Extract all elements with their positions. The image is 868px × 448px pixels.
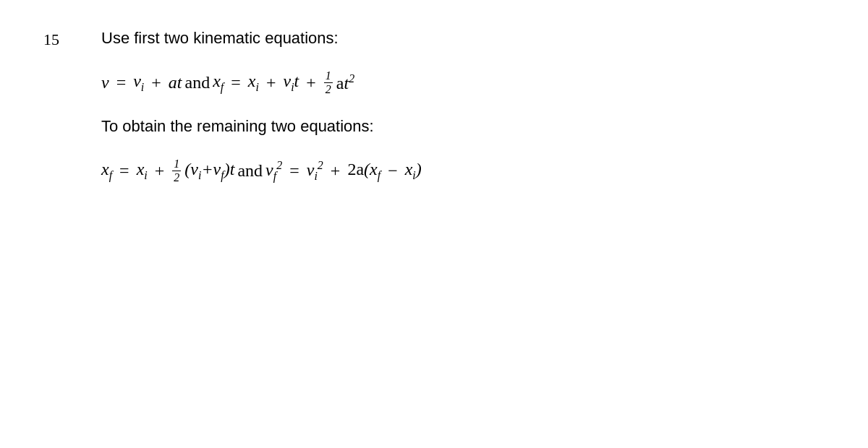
page-container: 15 Use first two kinematic equations: v …: [0, 0, 868, 448]
equation-block-1: v = vi + at and xf = xi + vit + 1 2: [101, 69, 825, 95]
eq1-equals2: =: [226, 73, 245, 92]
problem-content: Use first two kinematic equations: v = v…: [101, 29, 825, 198]
vf2-symbol: vf2: [265, 159, 282, 183]
description-text: To obtain the remaining two equations:: [101, 117, 825, 136]
xf-symbol: xf: [213, 72, 224, 94]
intro-text: Use first two kinematic equations:: [101, 29, 825, 48]
eq2-equals: =: [115, 161, 134, 181]
equation-block-2: xf = xi + 1 2 (vi+vf)t and vf2 = vi2 + 2…: [101, 158, 825, 184]
eq2-and: and: [237, 161, 263, 181]
vi2-symbol: vi2: [307, 159, 323, 183]
fraction-half-2: 1 2: [172, 158, 181, 184]
eq1-plus2: +: [262, 73, 281, 92]
problem-row: 15 Use first two kinematic equations: v …: [43, 29, 825, 198]
fraction-half-1: 1 2: [324, 69, 333, 95]
denominator-1: 2: [324, 83, 333, 96]
eq2-minus: −: [383, 161, 402, 181]
xi2-symbol: xi: [137, 160, 148, 182]
at2-symbol: at2: [336, 72, 354, 93]
numerator-2: 1: [172, 158, 181, 171]
eq-line-2: xf = xi + 1 2 (vi+vf)t and vf2 = vi2 + 2…: [101, 158, 825, 184]
eq2-plus: +: [150, 161, 169, 181]
at-symbol: at: [169, 73, 182, 92]
xf2-symbol: xf: [101, 160, 112, 182]
eq2-equals2: =: [285, 161, 304, 181]
2a-symbol: 2a(xf: [347, 160, 380, 182]
numerator-1: 1: [324, 69, 333, 83]
problem-number: 15: [43, 29, 72, 49]
eq1-equals: =: [112, 73, 131, 92]
eq1-plus3: +: [302, 73, 320, 92]
vi-vf-symbol: (vi+vf)t: [184, 160, 234, 182]
eq1-plus: +: [147, 73, 166, 92]
xi-symbol: xi: [248, 72, 259, 94]
eq-line-1: v = vi + at and xf = xi + vit + 1 2: [101, 69, 825, 95]
xi3-symbol: xi): [405, 160, 422, 182]
v-symbol: v: [101, 73, 109, 92]
eq2-plus2: +: [326, 161, 345, 181]
eq1-and: and: [185, 73, 210, 92]
denominator-2: 2: [172, 171, 181, 184]
vit-symbol: vit: [284, 72, 299, 94]
vi-symbol: vi: [133, 72, 144, 94]
